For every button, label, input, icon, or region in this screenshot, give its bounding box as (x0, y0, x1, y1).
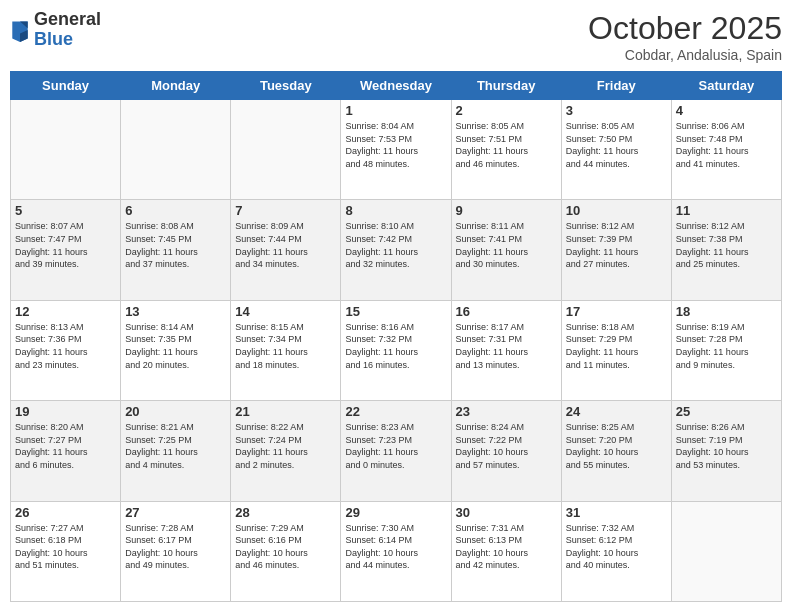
day-number: 18 (676, 304, 777, 319)
day-info: Sunrise: 8:16 AM Sunset: 7:32 PM Dayligh… (345, 321, 446, 371)
day-info: Sunrise: 8:10 AM Sunset: 7:42 PM Dayligh… (345, 220, 446, 270)
calendar-cell: 16Sunrise: 8:17 AM Sunset: 7:31 PM Dayli… (451, 300, 561, 400)
calendar-cell: 4Sunrise: 8:06 AM Sunset: 7:48 PM Daylig… (671, 100, 781, 200)
calendar-cell (671, 501, 781, 601)
calendar-week-row: 1Sunrise: 8:04 AM Sunset: 7:53 PM Daylig… (11, 100, 782, 200)
day-info: Sunrise: 7:28 AM Sunset: 6:17 PM Dayligh… (125, 522, 226, 572)
col-friday: Friday (561, 72, 671, 100)
day-info: Sunrise: 8:05 AM Sunset: 7:50 PM Dayligh… (566, 120, 667, 170)
calendar-cell: 5Sunrise: 8:07 AM Sunset: 7:47 PM Daylig… (11, 200, 121, 300)
header-row: Sunday Monday Tuesday Wednesday Thursday… (11, 72, 782, 100)
month-title: October 2025 (588, 10, 782, 47)
day-info: Sunrise: 8:24 AM Sunset: 7:22 PM Dayligh… (456, 421, 557, 471)
day-number: 16 (456, 304, 557, 319)
day-info: Sunrise: 8:17 AM Sunset: 7:31 PM Dayligh… (456, 321, 557, 371)
day-number: 30 (456, 505, 557, 520)
calendar-cell: 20Sunrise: 8:21 AM Sunset: 7:25 PM Dayli… (121, 401, 231, 501)
col-monday: Monday (121, 72, 231, 100)
logo: General Blue (10, 10, 101, 50)
day-info: Sunrise: 8:14 AM Sunset: 7:35 PM Dayligh… (125, 321, 226, 371)
day-number: 28 (235, 505, 336, 520)
day-number: 27 (125, 505, 226, 520)
col-wednesday: Wednesday (341, 72, 451, 100)
day-info: Sunrise: 8:15 AM Sunset: 7:34 PM Dayligh… (235, 321, 336, 371)
day-info: Sunrise: 8:20 AM Sunset: 7:27 PM Dayligh… (15, 421, 116, 471)
calendar-cell: 28Sunrise: 7:29 AM Sunset: 6:16 PM Dayli… (231, 501, 341, 601)
calendar-cell: 22Sunrise: 8:23 AM Sunset: 7:23 PM Dayli… (341, 401, 451, 501)
day-info: Sunrise: 7:32 AM Sunset: 6:12 PM Dayligh… (566, 522, 667, 572)
day-info: Sunrise: 8:05 AM Sunset: 7:51 PM Dayligh… (456, 120, 557, 170)
day-info: Sunrise: 8:13 AM Sunset: 7:36 PM Dayligh… (15, 321, 116, 371)
day-info: Sunrise: 8:19 AM Sunset: 7:28 PM Dayligh… (676, 321, 777, 371)
calendar-cell: 24Sunrise: 8:25 AM Sunset: 7:20 PM Dayli… (561, 401, 671, 501)
day-info: Sunrise: 7:30 AM Sunset: 6:14 PM Dayligh… (345, 522, 446, 572)
calendar-cell: 9Sunrise: 8:11 AM Sunset: 7:41 PM Daylig… (451, 200, 561, 300)
calendar-cell: 21Sunrise: 8:22 AM Sunset: 7:24 PM Dayli… (231, 401, 341, 501)
calendar-cell: 13Sunrise: 8:14 AM Sunset: 7:35 PM Dayli… (121, 300, 231, 400)
calendar-cell: 10Sunrise: 8:12 AM Sunset: 7:39 PM Dayli… (561, 200, 671, 300)
day-number: 15 (345, 304, 446, 319)
day-info: Sunrise: 8:12 AM Sunset: 7:38 PM Dayligh… (676, 220, 777, 270)
day-number: 19 (15, 404, 116, 419)
logo-blue: Blue (34, 29, 73, 49)
day-info: Sunrise: 8:06 AM Sunset: 7:48 PM Dayligh… (676, 120, 777, 170)
calendar-cell: 27Sunrise: 7:28 AM Sunset: 6:17 PM Dayli… (121, 501, 231, 601)
header: General Blue October 2025 Cobdar, Andalu… (10, 10, 782, 63)
day-number: 2 (456, 103, 557, 118)
calendar-week-row: 12Sunrise: 8:13 AM Sunset: 7:36 PM Dayli… (11, 300, 782, 400)
day-number: 7 (235, 203, 336, 218)
day-info: Sunrise: 8:09 AM Sunset: 7:44 PM Dayligh… (235, 220, 336, 270)
day-info: Sunrise: 8:18 AM Sunset: 7:29 PM Dayligh… (566, 321, 667, 371)
calendar-cell: 2Sunrise: 8:05 AM Sunset: 7:51 PM Daylig… (451, 100, 561, 200)
calendar-cell: 14Sunrise: 8:15 AM Sunset: 7:34 PM Dayli… (231, 300, 341, 400)
logo-text: General Blue (34, 10, 101, 50)
day-number: 26 (15, 505, 116, 520)
calendar-cell: 30Sunrise: 7:31 AM Sunset: 6:13 PM Dayli… (451, 501, 561, 601)
day-number: 21 (235, 404, 336, 419)
calendar-cell (11, 100, 121, 200)
day-number: 14 (235, 304, 336, 319)
day-info: Sunrise: 8:26 AM Sunset: 7:19 PM Dayligh… (676, 421, 777, 471)
calendar-cell: 12Sunrise: 8:13 AM Sunset: 7:36 PM Dayli… (11, 300, 121, 400)
day-info: Sunrise: 8:22 AM Sunset: 7:24 PM Dayligh… (235, 421, 336, 471)
calendar-table: Sunday Monday Tuesday Wednesday Thursday… (10, 71, 782, 602)
day-info: Sunrise: 7:27 AM Sunset: 6:18 PM Dayligh… (15, 522, 116, 572)
calendar-cell: 29Sunrise: 7:30 AM Sunset: 6:14 PM Dayli… (341, 501, 451, 601)
day-number: 8 (345, 203, 446, 218)
calendar-cell: 23Sunrise: 8:24 AM Sunset: 7:22 PM Dayli… (451, 401, 561, 501)
calendar-cell: 3Sunrise: 8:05 AM Sunset: 7:50 PM Daylig… (561, 100, 671, 200)
calendar-cell: 1Sunrise: 8:04 AM Sunset: 7:53 PM Daylig… (341, 100, 451, 200)
calendar-cell: 11Sunrise: 8:12 AM Sunset: 7:38 PM Dayli… (671, 200, 781, 300)
calendar-cell: 18Sunrise: 8:19 AM Sunset: 7:28 PM Dayli… (671, 300, 781, 400)
day-info: Sunrise: 8:21 AM Sunset: 7:25 PM Dayligh… (125, 421, 226, 471)
day-number: 1 (345, 103, 446, 118)
day-number: 3 (566, 103, 667, 118)
day-info: Sunrise: 8:08 AM Sunset: 7:45 PM Dayligh… (125, 220, 226, 270)
col-saturday: Saturday (671, 72, 781, 100)
calendar-week-row: 26Sunrise: 7:27 AM Sunset: 6:18 PM Dayli… (11, 501, 782, 601)
calendar-cell: 17Sunrise: 8:18 AM Sunset: 7:29 PM Dayli… (561, 300, 671, 400)
day-number: 6 (125, 203, 226, 218)
col-thursday: Thursday (451, 72, 561, 100)
calendar-cell: 31Sunrise: 7:32 AM Sunset: 6:12 PM Dayli… (561, 501, 671, 601)
day-number: 9 (456, 203, 557, 218)
location: Cobdar, Andalusia, Spain (588, 47, 782, 63)
calendar-cell: 19Sunrise: 8:20 AM Sunset: 7:27 PM Dayli… (11, 401, 121, 501)
day-info: Sunrise: 8:07 AM Sunset: 7:47 PM Dayligh… (15, 220, 116, 270)
logo-general: General (34, 9, 101, 29)
col-tuesday: Tuesday (231, 72, 341, 100)
day-number: 23 (456, 404, 557, 419)
day-number: 20 (125, 404, 226, 419)
day-number: 4 (676, 103, 777, 118)
calendar-cell: 8Sunrise: 8:10 AM Sunset: 7:42 PM Daylig… (341, 200, 451, 300)
calendar-cell: 26Sunrise: 7:27 AM Sunset: 6:18 PM Dayli… (11, 501, 121, 601)
calendar-week-row: 5Sunrise: 8:07 AM Sunset: 7:47 PM Daylig… (11, 200, 782, 300)
day-info: Sunrise: 7:29 AM Sunset: 6:16 PM Dayligh… (235, 522, 336, 572)
day-info: Sunrise: 8:25 AM Sunset: 7:20 PM Dayligh… (566, 421, 667, 471)
calendar-cell: 25Sunrise: 8:26 AM Sunset: 7:19 PM Dayli… (671, 401, 781, 501)
day-info: Sunrise: 8:11 AM Sunset: 7:41 PM Dayligh… (456, 220, 557, 270)
day-number: 29 (345, 505, 446, 520)
day-number: 24 (566, 404, 667, 419)
logo-icon (10, 18, 30, 42)
day-number: 10 (566, 203, 667, 218)
